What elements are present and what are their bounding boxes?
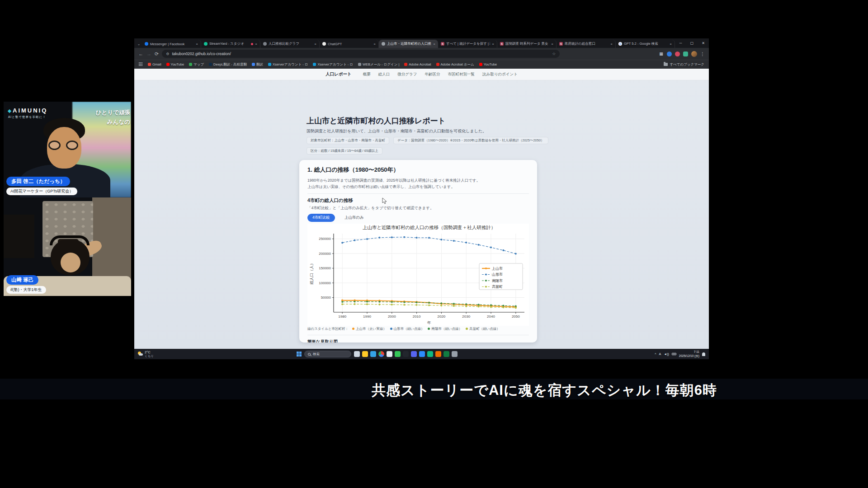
reload-icon[interactable]: ⟳ [155,52,159,56]
headphones-icon [50,235,90,245]
apps-grid-icon[interactable] [139,62,143,66]
taskbar-app-task-view[interactable] [354,351,360,357]
page-nav-item[interactable]: 市区町村別一覧 [448,72,475,77]
browser-tab[interactable]: GGPT 5.2 - Google 検索× [616,40,675,48]
forward-icon[interactable]: → [146,52,151,56]
start-button[interactable] [297,352,302,357]
tab-four-cities[interactable]: 4市町比較 [307,214,335,222]
page-nav-item[interactable]: 総人口 [378,72,390,77]
bookmark-item[interactable]: YouTube [166,62,184,67]
taskbar-app-file-explorer[interactable] [362,351,368,357]
taskbar-app-streamyard[interactable] [427,351,433,357]
tab-kaminoyama-only[interactable]: 上山市のみ [340,214,369,222]
bookmark-item[interactable]: Adobe Acrobat ホーム [436,62,474,67]
total-population-card: 1. 総人口の推移（1980〜2050年） 1980年から2020年までは国勢調… [299,160,537,343]
browser-tab[interactable]: 人口推移比較グラフ× [260,40,320,48]
bookmark-star-icon[interactable]: ☆ [552,52,556,56]
globe-favicon-icon [382,42,385,46]
browser-tab[interactable]: S政府統計の総合窓口× [557,40,616,48]
series-dot-icon [390,328,392,330]
tab-close-icon[interactable]: × [373,42,376,46]
svg-text:100000: 100000 [319,281,331,285]
bookmark-item[interactable]: YouTube [479,62,497,67]
bookmark-item[interactable]: Xserverアカウント - ロ [268,62,308,67]
taskbar-app-edge[interactable] [370,351,376,357]
browser-tab[interactable]: 上山市・近隣市町村の人口推移× [379,40,438,48]
tab-close-icon[interactable]: × [610,42,613,46]
meta-chips-row2: 区分：総数 / 15歳未満 / 15〜64歳 / 65歳以上 [307,147,382,155]
tab-close-icon[interactable]: × [433,42,435,46]
profile-avatar[interactable] [691,51,697,57]
tab-close-icon[interactable]: × [196,42,198,46]
ime-indicator[interactable]: A [659,352,661,356]
svg-text:高畠町: 高畠町 [492,285,503,289]
bookmark-item[interactable]: Gmail [148,62,161,67]
page-nav-item[interactable]: 微分グラフ [397,72,417,77]
browser-menu-icon[interactable]: ⋮ [700,52,705,56]
taskbar-app-obs[interactable] [403,351,409,357]
minimize-icon[interactable]: ─ [675,38,686,48]
tray-chevron-icon[interactable]: ^ [655,352,656,356]
taskbar-app-chrome[interactable] [378,351,384,357]
browser-tab[interactable]: ChatGPT× [320,40,379,48]
browser-tab[interactable]: S国勢調査 時系列データ 男女× [497,40,557,48]
tab-title: すべて | 統計データを探す | 政府統 [446,42,490,46]
extensions-puzzle-icon[interactable]: ▦ [659,52,664,56]
site-settings-icon[interactable]: ⚙ [166,52,169,56]
bookmark-item[interactable]: マップ [189,62,204,67]
svg-text:200000: 200000 [319,251,331,255]
taskbar-app-mail[interactable] [387,351,392,357]
browser-tab[interactable]: Sすべて | 統計データを探す | 政府統× [438,40,497,48]
bookmark-item[interactable]: Adobe Acrobat [404,62,431,67]
taskbar-search[interactable]: 検索 [304,351,351,357]
browser-tab[interactable]: StreamYard - スタジオ× [201,40,260,48]
page-nav-item[interactable]: 概要 [363,72,371,77]
bookmark-favicon-icon [404,63,407,66]
speaker-badges: 山﨑 琢己 if(塾)・大学1年生 [6,275,46,294]
bookmark-item[interactable]: WEBメール - ログイン | [358,62,399,67]
bookmark-item[interactable]: 翻訳 [252,62,263,67]
tab-close-icon[interactable]: × [551,42,553,46]
tab-close-icon[interactable]: × [255,42,257,46]
page-brand[interactable]: 人口レポート [326,71,352,77]
bookmark-label: YouTube [171,62,184,66]
speaker-role-badge: if(塾)・大学1年生 [6,286,46,294]
extension-blue-icon[interactable] [667,52,672,56]
tab-search-icon[interactable]: ⌄ [136,42,142,46]
aimuniq-logo: AIMUNIQ AIと塾で世界を手軽に！ [8,106,47,119]
taskbar-app-discord[interactable] [411,351,417,357]
bookmark-favicon-icon [358,63,361,66]
taskbar-app-settings[interactable] [452,351,458,357]
page-subtitle: 国勢調査と社人研推計を用いて、上山市・山形市・南陽市・高畠町の人口動態を可視化し… [307,128,486,134]
extension-red-icon[interactable] [675,52,680,56]
taskbar-app-zoom[interactable] [419,351,425,357]
tab-close-icon[interactable]: × [492,42,494,46]
svg-text:50000: 50000 [321,296,331,300]
notification-bell-icon[interactable] [702,352,705,356]
page-nav-item[interactable]: 読み取りのポイント [482,72,518,77]
maximize-icon[interactable]: ▢ [686,38,698,48]
taskbar-weather-widget[interactable]: 2°C くもり [138,350,197,358]
browser-tab[interactable]: Messenger | Facebook× [142,40,201,48]
bookmark-label: WEBメール - ログイン | [363,62,399,67]
volume-icon[interactable]: ◄)) [664,352,669,356]
bookmark-favicon-icon [436,63,439,66]
taskbar-clock[interactable]: 7:11 2025/12/10 (水) [679,350,699,358]
meta-chip: 対象市区町村：上山市・山形市・南陽市・高畠町 [307,137,389,144]
taskbar-app-excel[interactable] [443,351,449,357]
page-nav-item[interactable]: 年齢区分 [425,72,440,77]
taskbar-app-firefox[interactable] [435,351,441,357]
all-bookmarks-button[interactable]: すべてのブックマーク [664,62,704,67]
taskbar-app-line[interactable] [395,351,401,357]
divider [307,335,529,335]
streamyard-favicon-icon [204,42,208,46]
close-icon[interactable]: ✕ [698,38,709,48]
back-icon[interactable]: ← [138,52,143,56]
tab-close-icon[interactable]: × [670,42,672,46]
bookmark-item[interactable]: DeepL翻訳 - 高精度翻 [209,62,247,67]
extension-teal-icon[interactable] [683,52,688,56]
speaker-badges: 多田 啓二（ただっち） AI開花マーケター（GPTs研究会） [6,177,77,195]
address-bar[interactable]: ⚙ takubon0202.github.io/co-creation/ ☆ [162,50,560,58]
tab-close-icon[interactable]: × [314,42,316,46]
bookmark-item[interactable]: Xserverアカウント - ロ [313,62,353,67]
